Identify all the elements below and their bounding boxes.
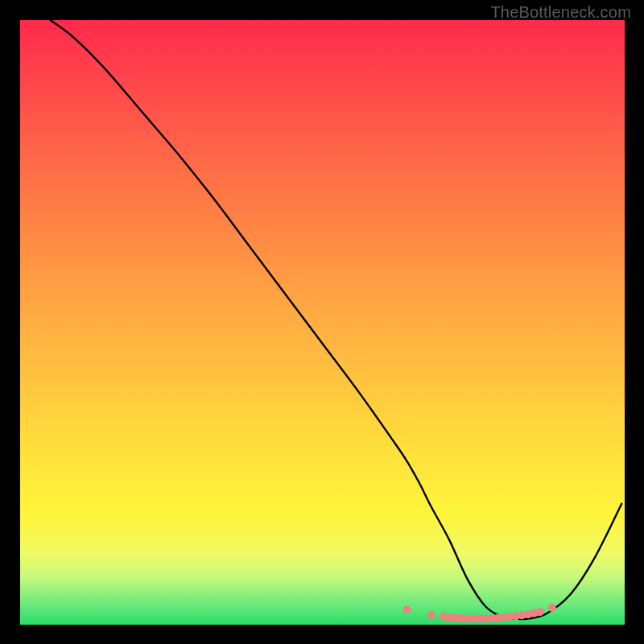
marker-dot: [548, 604, 556, 612]
chart-frame: TheBottleneck.com: [0, 0, 644, 644]
plot-area: [20, 20, 625, 625]
curve-svg: [20, 20, 625, 625]
bottleneck-curve-line: [51, 20, 622, 619]
attribution-text: TheBottleneck.com: [490, 3, 631, 22]
marker-dots: [403, 604, 556, 623]
marker-dot: [403, 605, 411, 613]
marker-dot: [536, 608, 544, 616]
marker-dot: [427, 611, 436, 619]
